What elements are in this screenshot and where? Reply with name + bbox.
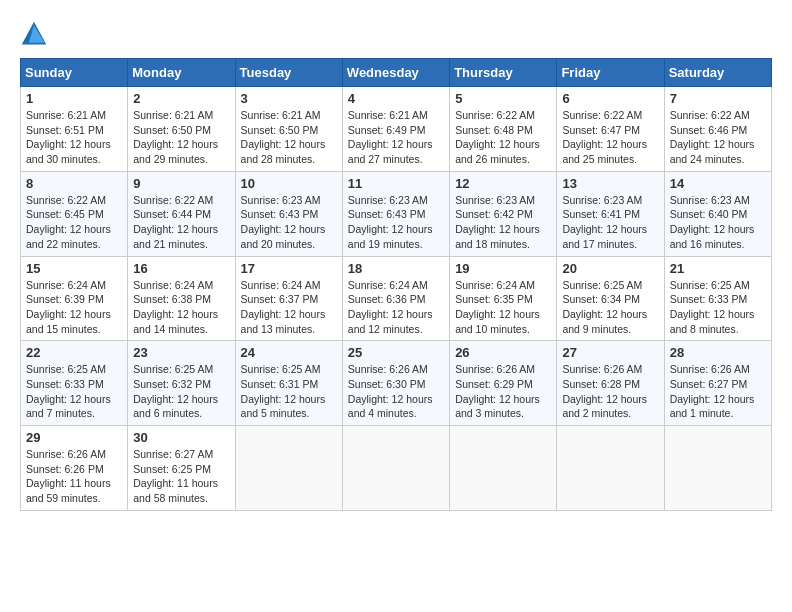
calendar-cell: 27 Sunrise: 6:26 AM Sunset: 6:28 PM Dayl…: [557, 341, 664, 426]
daylight-label: Daylight: 12 hours and 26 minutes.: [455, 138, 540, 165]
daylight-label: Daylight: 12 hours and 21 minutes.: [133, 223, 218, 250]
calendar-cell: 7 Sunrise: 6:22 AM Sunset: 6:46 PM Dayli…: [664, 87, 771, 172]
daylight-label: Daylight: 12 hours and 19 minutes.: [348, 223, 433, 250]
calendar-cell: 2 Sunrise: 6:21 AM Sunset: 6:50 PM Dayli…: [128, 87, 235, 172]
sunset-label: Sunset: 6:34 PM: [562, 293, 640, 305]
sunrise-label: Sunrise: 6:23 AM: [670, 194, 750, 206]
daylight-label: Daylight: 12 hours and 15 minutes.: [26, 308, 111, 335]
daylight-label: Daylight: 12 hours and 28 minutes.: [241, 138, 326, 165]
sunset-label: Sunset: 6:29 PM: [455, 378, 533, 390]
day-info: Sunrise: 6:24 AM Sunset: 6:37 PM Dayligh…: [241, 278, 337, 337]
day-info: Sunrise: 6:23 AM Sunset: 6:43 PM Dayligh…: [241, 193, 337, 252]
sunset-label: Sunset: 6:30 PM: [348, 378, 426, 390]
calendar-cell: [235, 426, 342, 511]
day-number: 19: [455, 261, 551, 276]
sunrise-label: Sunrise: 6:24 AM: [133, 279, 213, 291]
day-info: Sunrise: 6:26 AM Sunset: 6:29 PM Dayligh…: [455, 362, 551, 421]
sunrise-label: Sunrise: 6:24 AM: [455, 279, 535, 291]
calendar-cell: 1 Sunrise: 6:21 AM Sunset: 6:51 PM Dayli…: [21, 87, 128, 172]
sunrise-label: Sunrise: 6:24 AM: [26, 279, 106, 291]
day-number: 5: [455, 91, 551, 106]
page-header: [20, 20, 772, 48]
day-number: 8: [26, 176, 122, 191]
day-number: 3: [241, 91, 337, 106]
sunrise-label: Sunrise: 6:22 AM: [670, 109, 750, 121]
day-info: Sunrise: 6:22 AM Sunset: 6:48 PM Dayligh…: [455, 108, 551, 167]
col-header-sunday: Sunday: [21, 59, 128, 87]
col-header-wednesday: Wednesday: [342, 59, 449, 87]
calendar-week-row: 22 Sunrise: 6:25 AM Sunset: 6:33 PM Dayl…: [21, 341, 772, 426]
sunset-label: Sunset: 6:43 PM: [348, 208, 426, 220]
day-number: 18: [348, 261, 444, 276]
calendar-cell: 18 Sunrise: 6:24 AM Sunset: 6:36 PM Dayl…: [342, 256, 449, 341]
calendar-cell: 12 Sunrise: 6:23 AM Sunset: 6:42 PM Dayl…: [450, 171, 557, 256]
calendar-cell: 19 Sunrise: 6:24 AM Sunset: 6:35 PM Dayl…: [450, 256, 557, 341]
sunrise-label: Sunrise: 6:26 AM: [562, 363, 642, 375]
calendar-cell: 17 Sunrise: 6:24 AM Sunset: 6:37 PM Dayl…: [235, 256, 342, 341]
sunset-label: Sunset: 6:47 PM: [562, 124, 640, 136]
calendar: SundayMondayTuesdayWednesdayThursdayFrid…: [20, 58, 772, 511]
sunset-label: Sunset: 6:50 PM: [241, 124, 319, 136]
day-info: Sunrise: 6:22 AM Sunset: 6:45 PM Dayligh…: [26, 193, 122, 252]
sunrise-label: Sunrise: 6:23 AM: [455, 194, 535, 206]
calendar-cell: 15 Sunrise: 6:24 AM Sunset: 6:39 PM Dayl…: [21, 256, 128, 341]
daylight-label: Daylight: 12 hours and 4 minutes.: [348, 393, 433, 420]
calendar-cell: 8 Sunrise: 6:22 AM Sunset: 6:45 PM Dayli…: [21, 171, 128, 256]
sunset-label: Sunset: 6:44 PM: [133, 208, 211, 220]
sunset-label: Sunset: 6:48 PM: [455, 124, 533, 136]
sunset-label: Sunset: 6:45 PM: [26, 208, 104, 220]
sunset-label: Sunset: 6:32 PM: [133, 378, 211, 390]
day-number: 23: [133, 345, 229, 360]
day-number: 15: [26, 261, 122, 276]
daylight-label: Daylight: 12 hours and 29 minutes.: [133, 138, 218, 165]
day-info: Sunrise: 6:21 AM Sunset: 6:51 PM Dayligh…: [26, 108, 122, 167]
sunset-label: Sunset: 6:40 PM: [670, 208, 748, 220]
col-header-thursday: Thursday: [450, 59, 557, 87]
sunset-label: Sunset: 6:26 PM: [26, 463, 104, 475]
calendar-cell: [450, 426, 557, 511]
sunrise-label: Sunrise: 6:24 AM: [348, 279, 428, 291]
sunset-label: Sunset: 6:36 PM: [348, 293, 426, 305]
sunset-label: Sunset: 6:31 PM: [241, 378, 319, 390]
daylight-label: Daylight: 12 hours and 12 minutes.: [348, 308, 433, 335]
day-number: 16: [133, 261, 229, 276]
sunrise-label: Sunrise: 6:25 AM: [26, 363, 106, 375]
calendar-week-row: 15 Sunrise: 6:24 AM Sunset: 6:39 PM Dayl…: [21, 256, 772, 341]
day-number: 28: [670, 345, 766, 360]
sunrise-label: Sunrise: 6:21 AM: [26, 109, 106, 121]
day-info: Sunrise: 6:21 AM Sunset: 6:49 PM Dayligh…: [348, 108, 444, 167]
sunset-label: Sunset: 6:27 PM: [670, 378, 748, 390]
calendar-cell: [557, 426, 664, 511]
day-number: 14: [670, 176, 766, 191]
day-number: 24: [241, 345, 337, 360]
calendar-cell: 22 Sunrise: 6:25 AM Sunset: 6:33 PM Dayl…: [21, 341, 128, 426]
sunrise-label: Sunrise: 6:25 AM: [133, 363, 213, 375]
calendar-cell: [664, 426, 771, 511]
day-info: Sunrise: 6:21 AM Sunset: 6:50 PM Dayligh…: [133, 108, 229, 167]
day-number: 13: [562, 176, 658, 191]
sunrise-label: Sunrise: 6:25 AM: [241, 363, 321, 375]
sunrise-label: Sunrise: 6:22 AM: [133, 194, 213, 206]
daylight-label: Daylight: 11 hours and 59 minutes.: [26, 477, 111, 504]
sunset-label: Sunset: 6:35 PM: [455, 293, 533, 305]
daylight-label: Daylight: 12 hours and 13 minutes.: [241, 308, 326, 335]
day-info: Sunrise: 6:26 AM Sunset: 6:26 PM Dayligh…: [26, 447, 122, 506]
day-number: 30: [133, 430, 229, 445]
day-number: 7: [670, 91, 766, 106]
sunrise-label: Sunrise: 6:23 AM: [241, 194, 321, 206]
logo: [20, 20, 52, 48]
sunrise-label: Sunrise: 6:27 AM: [133, 448, 213, 460]
sunset-label: Sunset: 6:39 PM: [26, 293, 104, 305]
day-info: Sunrise: 6:22 AM Sunset: 6:44 PM Dayligh…: [133, 193, 229, 252]
calendar-cell: 26 Sunrise: 6:26 AM Sunset: 6:29 PM Dayl…: [450, 341, 557, 426]
day-number: 27: [562, 345, 658, 360]
calendar-cell: 23 Sunrise: 6:25 AM Sunset: 6:32 PM Dayl…: [128, 341, 235, 426]
day-info: Sunrise: 6:25 AM Sunset: 6:33 PM Dayligh…: [26, 362, 122, 421]
calendar-cell: 30 Sunrise: 6:27 AM Sunset: 6:25 PM Dayl…: [128, 426, 235, 511]
daylight-label: Daylight: 12 hours and 14 minutes.: [133, 308, 218, 335]
daylight-label: Daylight: 12 hours and 25 minutes.: [562, 138, 647, 165]
calendar-cell: 3 Sunrise: 6:21 AM Sunset: 6:50 PM Dayli…: [235, 87, 342, 172]
daylight-label: Daylight: 12 hours and 8 minutes.: [670, 308, 755, 335]
daylight-label: Daylight: 12 hours and 30 minutes.: [26, 138, 111, 165]
daylight-label: Daylight: 12 hours and 18 minutes.: [455, 223, 540, 250]
